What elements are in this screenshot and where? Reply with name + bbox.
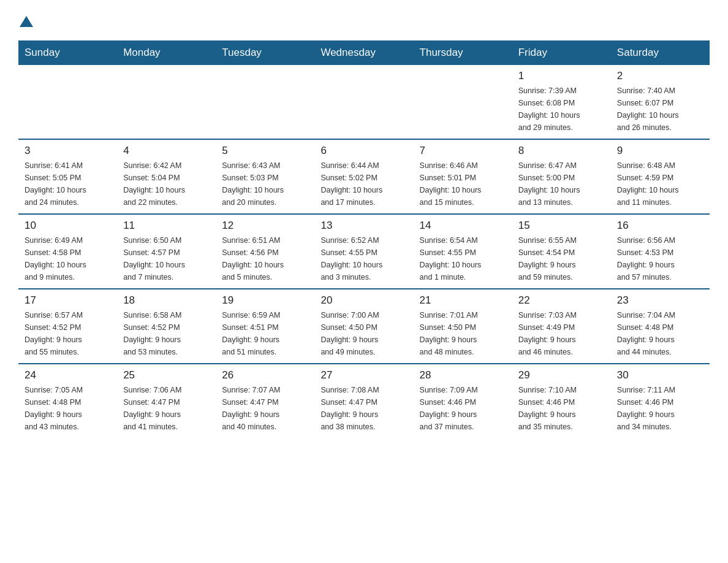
calendar-cell: 6Sunrise: 6:44 AMSunset: 5:02 PMDaylight… [314,139,413,214]
day-number: 2 [617,70,703,82]
calendar-cell: 13Sunrise: 6:52 AMSunset: 4:55 PMDayligh… [314,214,413,289]
day-number: 18 [123,294,210,307]
calendar-cell: 26Sunrise: 7:07 AMSunset: 4:47 PMDayligh… [216,364,314,438]
day-number: 20 [320,294,407,307]
day-number: 19 [222,294,308,307]
calendar-cell: 29Sunrise: 7:10 AMSunset: 4:46 PMDayligh… [512,364,611,438]
day-info: Sunrise: 7:11 AMSunset: 4:46 PMDaylight:… [617,384,703,433]
day-info: Sunrise: 6:54 AMSunset: 4:55 PMDaylight:… [420,234,506,283]
day-header-monday: Monday [117,40,216,65]
day-info: Sunrise: 7:06 AMSunset: 4:47 PMDaylight:… [123,384,210,433]
day-info: Sunrise: 7:04 AMSunset: 4:48 PMDaylight:… [617,309,703,358]
day-info: Sunrise: 6:44 AMSunset: 5:02 PMDaylight:… [320,159,407,209]
day-info: Sunrise: 6:41 AMSunset: 5:05 PMDaylight:… [25,159,111,209]
day-info: Sunrise: 7:08 AMSunset: 4:47 PMDaylight:… [320,384,407,433]
day-number: 25 [123,369,210,381]
calendar-cell: 3Sunrise: 6:41 AMSunset: 5:05 PMDaylight… [18,139,117,214]
calendar-cell: 30Sunrise: 7:11 AMSunset: 4:46 PMDayligh… [611,364,710,438]
day-info: Sunrise: 7:09 AMSunset: 4:46 PMDaylight:… [420,384,506,433]
calendar-cell: 18Sunrise: 6:58 AMSunset: 4:52 PMDayligh… [117,289,216,364]
calendar-week-row: 1Sunrise: 7:39 AMSunset: 6:08 PMDaylight… [18,65,710,139]
calendar-cell: 24Sunrise: 7:05 AMSunset: 4:48 PMDayligh… [18,364,117,438]
day-number: 27 [320,369,407,381]
calendar-cell: 25Sunrise: 7:06 AMSunset: 4:47 PMDayligh… [117,364,216,438]
day-info: Sunrise: 6:50 AMSunset: 4:57 PMDaylight:… [123,234,210,283]
calendar-cell: 22Sunrise: 7:03 AMSunset: 4:49 PMDayligh… [512,289,611,364]
day-number: 13 [320,220,407,232]
day-info: Sunrise: 7:03 AMSunset: 4:49 PMDaylight:… [518,309,605,358]
day-number: 8 [518,145,605,157]
calendar-cell: 19Sunrise: 6:59 AMSunset: 4:51 PMDayligh… [216,289,314,364]
day-number: 24 [25,369,111,381]
calendar-cell [216,65,314,139]
calendar-header-row: SundayMondayTuesdayWednesdayThursdayFrid… [18,40,710,65]
day-number: 17 [25,294,111,307]
day-number: 29 [518,369,605,381]
day-info: Sunrise: 6:42 AMSunset: 5:04 PMDaylight:… [123,159,210,209]
day-info: Sunrise: 7:01 AMSunset: 4:50 PMDaylight:… [420,309,506,358]
calendar-week-row: 24Sunrise: 7:05 AMSunset: 4:48 PMDayligh… [18,364,710,438]
day-number: 3 [25,145,111,157]
day-info: Sunrise: 6:46 AMSunset: 5:01 PMDaylight:… [420,159,506,209]
day-info: Sunrise: 6:48 AMSunset: 4:59 PMDaylight:… [617,159,703,209]
day-number: 26 [222,369,308,381]
day-number: 14 [420,220,506,232]
day-number: 5 [222,145,308,157]
calendar-cell: 16Sunrise: 6:56 AMSunset: 4:53 PMDayligh… [611,214,710,289]
calendar-cell [414,65,512,139]
day-number: 12 [222,220,308,232]
calendar-cell: 5Sunrise: 6:43 AMSunset: 5:03 PMDaylight… [216,139,314,214]
day-info: Sunrise: 6:58 AMSunset: 4:52 PMDaylight:… [123,309,210,358]
day-header-thursday: Thursday [414,40,512,65]
day-number: 16 [617,220,703,232]
calendar-cell: 7Sunrise: 6:46 AMSunset: 5:01 PMDaylight… [414,139,512,214]
calendar-cell: 27Sunrise: 7:08 AMSunset: 4:47 PMDayligh… [314,364,413,438]
day-header-sunday: Sunday [18,40,117,65]
calendar-cell: 20Sunrise: 7:00 AMSunset: 4:50 PMDayligh… [314,289,413,364]
calendar-week-row: 3Sunrise: 6:41 AMSunset: 5:05 PMDaylight… [18,139,710,214]
calendar-cell: 23Sunrise: 7:04 AMSunset: 4:48 PMDayligh… [611,289,710,364]
day-number: 21 [420,294,506,307]
day-info: Sunrise: 6:57 AMSunset: 4:52 PMDaylight:… [25,309,111,358]
day-number: 15 [518,220,605,232]
calendar-cell: 28Sunrise: 7:09 AMSunset: 4:46 PMDayligh… [414,364,512,438]
day-info: Sunrise: 6:59 AMSunset: 4:51 PMDaylight:… [222,309,308,358]
day-header-tuesday: Tuesday [216,40,314,65]
calendar-cell: 9Sunrise: 6:48 AMSunset: 4:59 PMDaylight… [611,139,710,214]
calendar-table: SundayMondayTuesdayWednesdayThursdayFrid… [18,40,710,438]
day-header-saturday: Saturday [611,40,710,65]
day-info: Sunrise: 6:51 AMSunset: 4:56 PMDaylight:… [222,234,308,283]
calendar-cell: 14Sunrise: 6:54 AMSunset: 4:55 PMDayligh… [414,214,512,289]
day-number: 30 [617,369,703,381]
day-number: 11 [123,220,210,232]
day-info: Sunrise: 6:47 AMSunset: 5:00 PMDaylight:… [518,159,605,209]
calendar-cell: 21Sunrise: 7:01 AMSunset: 4:50 PMDayligh… [414,289,512,364]
day-number: 7 [420,145,506,157]
svg-marker-0 [20,16,33,27]
day-number: 10 [25,220,111,232]
calendar-cell: 8Sunrise: 6:47 AMSunset: 5:00 PMDaylight… [512,139,611,214]
day-number: 22 [518,294,605,307]
day-number: 4 [123,145,210,157]
calendar-cell: 10Sunrise: 6:49 AMSunset: 4:58 PMDayligh… [18,214,117,289]
day-info: Sunrise: 7:39 AMSunset: 6:08 PMDaylight:… [518,85,605,134]
day-header-wednesday: Wednesday [314,40,413,65]
day-number: 9 [617,145,703,157]
day-header-friday: Friday [512,40,611,65]
calendar-cell [117,65,216,139]
day-number: 6 [320,145,407,157]
calendar-cell: 4Sunrise: 6:42 AMSunset: 5:04 PMDaylight… [117,139,216,214]
day-info: Sunrise: 6:55 AMSunset: 4:54 PMDaylight:… [518,234,605,283]
calendar-cell: 1Sunrise: 7:39 AMSunset: 6:08 PMDaylight… [512,65,611,139]
calendar-cell: 2Sunrise: 7:40 AMSunset: 6:07 PMDaylight… [611,65,710,139]
logo [18,12,33,28]
day-info: Sunrise: 7:40 AMSunset: 6:07 PMDaylight:… [617,85,703,134]
calendar-cell: 12Sunrise: 6:51 AMSunset: 4:56 PMDayligh… [216,214,314,289]
day-info: Sunrise: 6:52 AMSunset: 4:55 PMDaylight:… [320,234,407,283]
day-info: Sunrise: 7:00 AMSunset: 4:50 PMDaylight:… [320,309,407,358]
day-number: 1 [518,70,605,82]
calendar-cell: 11Sunrise: 6:50 AMSunset: 4:57 PMDayligh… [117,214,216,289]
day-info: Sunrise: 6:49 AMSunset: 4:58 PMDaylight:… [25,234,111,283]
calendar-week-row: 17Sunrise: 6:57 AMSunset: 4:52 PMDayligh… [18,289,710,364]
day-info: Sunrise: 6:56 AMSunset: 4:53 PMDaylight:… [617,234,703,283]
